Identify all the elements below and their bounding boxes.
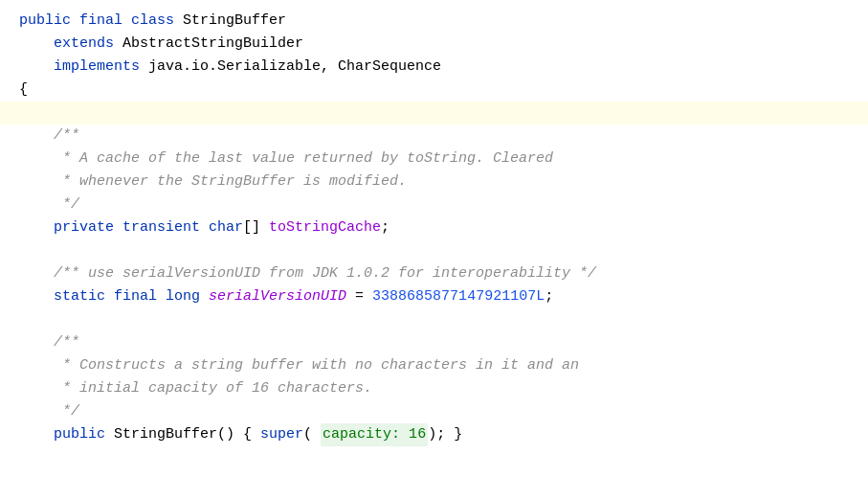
comment-open: /** xyxy=(19,125,79,148)
class-name: StringBuffer xyxy=(183,10,286,33)
code-viewer: public final class StringBuffer extends … xyxy=(0,0,868,500)
comment-line-7: * A cache of the last value returned by … xyxy=(19,148,553,170)
keyword-static: static xyxy=(54,285,114,308)
indent xyxy=(19,285,54,308)
comment-line-8: * whenever the StringBuffer is modified. xyxy=(19,170,407,193)
keyword-transient: transient xyxy=(122,216,209,239)
code-line-18: */ xyxy=(0,400,868,423)
field-toStringCache: toStringCache xyxy=(269,216,381,239)
semicolon: ; xyxy=(545,285,553,308)
implements-classes: java.io.Serializable, CharSequence xyxy=(148,56,441,79)
semicolon: ; xyxy=(381,216,389,239)
code-line-6: /** xyxy=(0,125,868,148)
code-line-7: * A cache of the last value returned by … xyxy=(0,148,868,170)
keyword-extends: extends xyxy=(54,33,122,56)
code-line-17: * initial capacity of 16 characters. xyxy=(0,377,868,400)
array-bracket: [] xyxy=(243,216,269,239)
code-line-14 xyxy=(0,308,868,331)
keyword-private: private xyxy=(54,216,122,239)
comment-close-18: */ xyxy=(19,400,79,423)
comment-open-15: /** xyxy=(19,331,79,354)
comment-line-12: /** use serialVersionUID from JDK 1.0.2 … xyxy=(19,262,596,285)
keyword-class: class xyxy=(131,10,183,33)
code-line-1: public final class StringBuffer xyxy=(0,10,868,33)
keyword-char: char xyxy=(209,216,243,239)
keyword-public: public xyxy=(54,423,114,446)
code-line-2: extends AbstractStringBuilder xyxy=(0,33,868,56)
keyword-final: final xyxy=(114,285,166,308)
open-brace: { xyxy=(19,79,28,102)
keyword-implements: implements xyxy=(54,56,148,79)
code-line-16: * Constructs a string buffer with no cha… xyxy=(0,354,868,377)
code-line-3: implements java.io.Serializable, CharSeq… xyxy=(0,56,868,79)
field-serialVersionUID: serialVersionUID xyxy=(209,285,346,308)
indent xyxy=(19,56,54,79)
constructor-name: StringBuffer xyxy=(114,423,217,446)
code-line-13: static final long serialVersionUID = 338… xyxy=(0,285,868,308)
code-line-19: public StringBuffer () { super ( capacit… xyxy=(0,423,868,446)
number-value: 3388685877147921107L xyxy=(372,285,545,308)
code-line-8: * whenever the StringBuffer is modified. xyxy=(0,170,868,193)
code-line-12: /** use serialVersionUID from JDK 1.0.2 … xyxy=(0,262,868,285)
blank xyxy=(19,308,28,331)
comment-line-17: * initial capacity of 16 characters. xyxy=(19,377,372,400)
comment-close-9: */ xyxy=(19,193,79,216)
param-hint-capacity: capacity: 16 xyxy=(321,423,428,446)
code-line-4: { xyxy=(0,79,868,102)
extends-class: AbstractStringBuilder xyxy=(122,33,303,56)
keyword-public: public xyxy=(19,10,79,33)
comment-line-16: * Constructs a string buffer with no cha… xyxy=(19,354,579,377)
code-line-5 xyxy=(0,102,868,125)
close-call: ); } xyxy=(428,423,462,446)
code-line-10: private transient char [] toStringCache … xyxy=(0,216,868,239)
code-line-15: /** xyxy=(0,331,868,354)
code-line-11 xyxy=(0,239,868,262)
indent xyxy=(19,216,54,239)
keyword-long: long xyxy=(166,285,209,308)
blank xyxy=(19,239,28,262)
indent xyxy=(19,423,54,446)
code-line-9: */ xyxy=(0,193,868,216)
keyword-super: super xyxy=(260,423,303,446)
indent xyxy=(19,33,54,56)
super-paren: ( xyxy=(303,423,321,446)
keyword-final: final xyxy=(79,10,131,33)
blank xyxy=(19,102,28,125)
equals: = xyxy=(346,285,372,308)
paren-open: () { xyxy=(217,423,260,446)
